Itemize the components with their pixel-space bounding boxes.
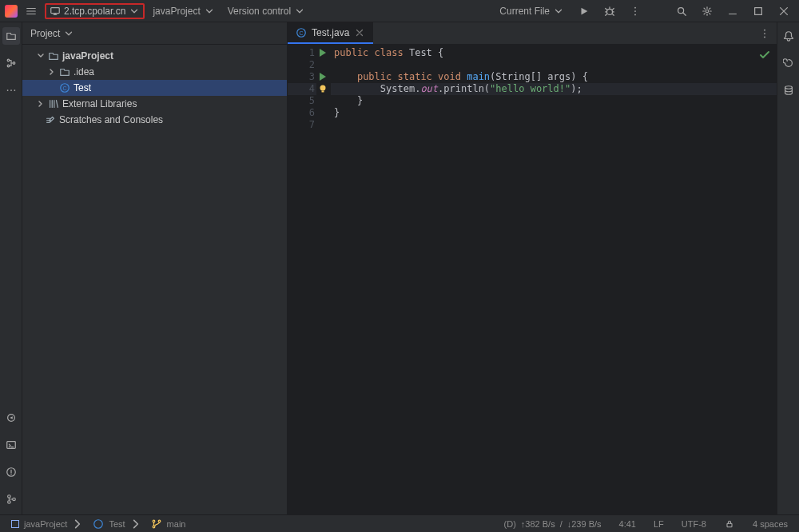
chevron-down-icon — [204, 6, 215, 17]
git-tool-button[interactable] — [2, 490, 20, 508]
breadcrumb-file[interactable]: Test — [88, 518, 145, 530]
remote-host-label: 2.tcp.cpolar.cn — [64, 6, 125, 17]
bug-icon — [604, 6, 615, 17]
svg-text:C: C — [299, 30, 303, 35]
java-class-icon: C — [296, 27, 307, 38]
build-icon — [6, 412, 17, 423]
tree-file-test[interactable]: C Test — [22, 80, 287, 96]
main-menu-button[interactable] — [21, 4, 42, 18]
sidebar-header[interactable]: Project — [22, 22, 287, 45]
maximize-button[interactable] — [748, 4, 769, 18]
breadcrumb-label: javaProject — [24, 519, 67, 529]
tree-external-libraries[interactable]: External Libraries — [22, 96, 287, 112]
run-gutter-icon[interactable] — [318, 48, 328, 58]
gear-icon — [702, 6, 713, 17]
line-separator[interactable]: LF — [649, 519, 669, 529]
git-icon — [6, 494, 17, 505]
structure-tool-button[interactable] — [2, 54, 20, 72]
actions-button[interactable] — [625, 4, 646, 18]
search-icon — [676, 6, 687, 17]
folder-icon — [59, 66, 70, 77]
ai-tool-button[interactable] — [780, 54, 797, 72]
module-icon — [11, 520, 19, 528]
file-encoding[interactable]: UTF-8 — [677, 519, 711, 529]
chevron-right-icon[interactable] — [37, 100, 45, 108]
notifications-button[interactable] — [780, 27, 797, 45]
search-button[interactable] — [671, 4, 692, 18]
branch-icon — [151, 518, 162, 530]
problems-icon — [6, 466, 17, 478]
project-dropdown[interactable]: javaProject — [148, 4, 219, 18]
line-number: 6 — [309, 107, 315, 118]
java-class-icon: C — [59, 82, 70, 93]
code-content[interactable]: public class Test { public static void m… — [331, 45, 777, 514]
svg-point-26 — [764, 36, 765, 38]
readonly-toggle[interactable] — [719, 518, 740, 530]
vcs-dropdown[interactable]: Version control — [223, 4, 310, 18]
settings-button[interactable] — [697, 4, 718, 18]
indent-status[interactable]: 4 spaces — [748, 519, 793, 529]
bulb-icon[interactable] — [318, 84, 328, 93]
svg-text:C: C — [62, 85, 66, 91]
line-number: 3 — [309, 71, 315, 82]
tab-bar: C Test.java — [288, 22, 777, 45]
folder-icon — [6, 30, 17, 42]
run-gutter-icon[interactable] — [318, 72, 328, 81]
remote-host-dropdown[interactable]: 2.tcp.cpolar.cn — [45, 3, 145, 19]
terminal-tool-button[interactable] — [2, 436, 20, 454]
project-tool-button[interactable] — [2, 27, 20, 45]
tree-folder-idea[interactable]: .idea — [22, 64, 287, 80]
project-tree[interactable]: javaProject .idea C Test External Librar… — [22, 45, 287, 514]
spiral-icon — [783, 58, 794, 69]
sidebar-title: Project — [30, 28, 60, 39]
tree-scratches[interactable]: Scratches and Consoles — [22, 112, 287, 128]
run-config-label: Current File — [499, 6, 550, 17]
hamburger-icon — [26, 6, 37, 17]
project-sidebar: Project javaProject .idea C Test — [22, 22, 288, 514]
database-tool-button[interactable] — [780, 81, 797, 99]
right-tool-rail — [777, 22, 799, 514]
svg-point-6 — [706, 10, 709, 13]
status-bar: javaProject Test main (D) ↑382 B/s / ↓23… — [0, 514, 799, 532]
svg-point-13 — [14, 89, 15, 91]
chevron-down-icon — [294, 6, 305, 17]
tree-label: Test — [74, 82, 91, 93]
run-button[interactable] — [574, 4, 594, 18]
breadcrumb-project[interactable]: javaProject — [6, 518, 88, 530]
more-tool-button[interactable] — [2, 81, 20, 99]
tree-label: External Libraries — [62, 98, 137, 109]
close-button[interactable] — [773, 4, 794, 18]
svg-rect-34 — [727, 523, 732, 527]
chevron-down-icon[interactable] — [37, 52, 45, 60]
lock-icon — [724, 518, 735, 530]
tree-label: Scratches and Consoles — [59, 114, 163, 125]
minimize-button[interactable] — [722, 4, 743, 18]
svg-point-27 — [320, 85, 326, 91]
gutter[interactable]: 1 2 3 4 5 6 7 — [288, 45, 331, 514]
cursor-position[interactable]: 4:41 — [614, 519, 641, 529]
file-tab[interactable]: C Test.java — [288, 22, 373, 44]
tree-root[interactable]: javaProject — [22, 48, 287, 64]
close-icon[interactable] — [354, 27, 365, 38]
bell-icon — [783, 30, 794, 42]
vdots-icon — [630, 6, 641, 17]
line-number: 5 — [309, 95, 315, 106]
run-config-dropdown[interactable]: Current File — [495, 4, 569, 18]
tab-label: Test.java — [312, 27, 349, 38]
svg-point-12 — [10, 89, 12, 91]
inspection-check-icon[interactable] — [759, 50, 770, 64]
debug-button[interactable] — [599, 4, 620, 18]
line-number: 7 — [309, 119, 315, 130]
build-tool-button[interactable] — [2, 409, 20, 427]
code-editor[interactable]: 1 2 3 4 5 6 7 public class Test { public… — [288, 45, 777, 514]
chevron-right-icon[interactable] — [48, 68, 56, 76]
tab-options-button[interactable] — [753, 22, 777, 44]
network-status[interactable]: (D) ↑382 B/s / ↓239 B/s — [499, 519, 606, 529]
svg-point-2 — [634, 6, 636, 8]
git-branch[interactable]: main — [146, 518, 191, 530]
project-label: javaProject — [153, 6, 200, 17]
problems-tool-button[interactable] — [2, 463, 20, 481]
vdots-icon — [759, 28, 770, 39]
play-icon — [578, 6, 590, 17]
chevron-down-icon — [129, 6, 140, 17]
